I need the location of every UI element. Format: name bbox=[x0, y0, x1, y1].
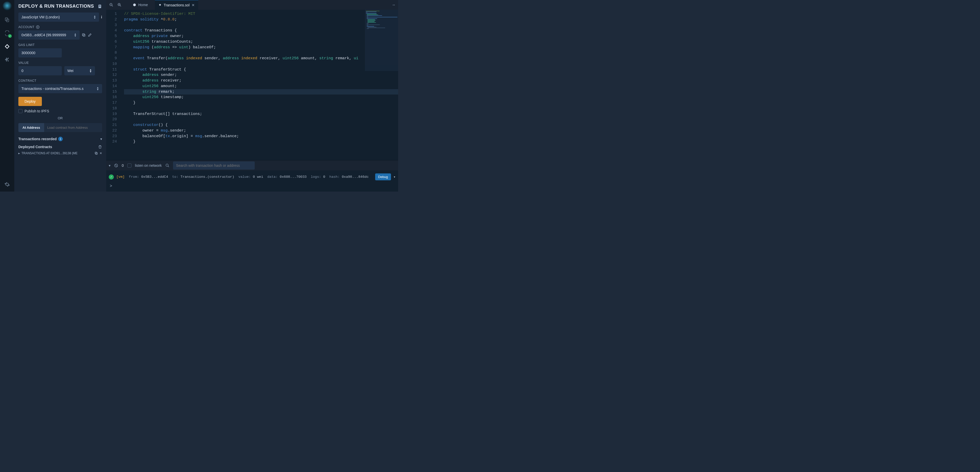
tab-bar: Home Transactions.sol ✕ ↔ bbox=[106, 0, 398, 10]
settings-icon[interactable] bbox=[3, 180, 11, 188]
debug-button[interactable]: Debug bbox=[375, 174, 391, 180]
svg-rect-3 bbox=[99, 5, 100, 6]
gutter: 123456789101112131415161718192021222324 bbox=[106, 10, 119, 160]
contract-value: Transactions - contracts/Transactions.s bbox=[21, 86, 83, 91]
trash-icon[interactable] bbox=[98, 145, 102, 149]
svg-rect-9 bbox=[95, 152, 97, 154]
icon-bar: ✓ bbox=[0, 0, 14, 191]
check-badge: ✓ bbox=[8, 34, 12, 38]
value-unit-select[interactable]: Wei ▲▼ bbox=[64, 66, 95, 75]
terminal-bar: ▾ 0 listen on network bbox=[106, 160, 398, 171]
at-address-input[interactable] bbox=[44, 123, 102, 132]
listen-checkbox[interactable] bbox=[127, 163, 131, 167]
expand-icon[interactable]: ↔ bbox=[392, 3, 396, 7]
at-address-button[interactable]: At Address bbox=[18, 123, 44, 132]
caret-icon: ▲▼ bbox=[97, 86, 99, 91]
tx-log-row[interactable]: ✓ [vm] from: 0x5B3...eddC4 to: Transacti… bbox=[109, 174, 396, 180]
solidity-icon bbox=[159, 3, 162, 7]
deploy-panel: DEPLOY & RUN TRANSACTIONS JavaScript VM … bbox=[14, 0, 106, 191]
remix-logo[interactable] bbox=[3, 2, 12, 11]
svg-rect-8 bbox=[96, 153, 97, 155]
tab-transactions[interactable]: Transactions.sol ✕ bbox=[155, 0, 198, 10]
terminal: ✓ [vm] from: 0x5B3...eddC4 to: Transacti… bbox=[106, 171, 398, 191]
environment-select[interactable]: JavaScript VM (London) ▲▼ bbox=[18, 13, 99, 22]
svg-point-12 bbox=[133, 3, 136, 6]
zoom-in-icon[interactable] bbox=[116, 2, 123, 8]
gas-input[interactable]: 3000000 bbox=[18, 48, 62, 57]
value-input[interactable]: 0 bbox=[18, 66, 62, 75]
home-icon bbox=[133, 3, 136, 6]
caret-icon: ▲▼ bbox=[94, 15, 96, 19]
main-area: Home Transactions.sol ✕ ↔ 12345678910111… bbox=[106, 0, 398, 191]
contract-select[interactable]: Transactions - contracts/Transactions.s … bbox=[18, 84, 102, 93]
copy-instance-icon[interactable] bbox=[94, 151, 98, 155]
success-icon: ✓ bbox=[109, 174, 114, 180]
chevron-down-icon[interactable]: ▾ bbox=[100, 137, 102, 141]
svg-rect-6 bbox=[83, 34, 85, 36]
deploy-icon[interactable] bbox=[3, 42, 11, 51]
pending-count: 0 bbox=[122, 163, 124, 167]
publish-ipfs-label: Publish to IPFS bbox=[24, 109, 49, 113]
compiler-icon[interactable]: ✓ bbox=[3, 29, 11, 37]
close-instance-icon[interactable]: ✕ bbox=[100, 151, 102, 155]
listen-label: listen on network bbox=[135, 163, 162, 167]
caret-icon: ▲▼ bbox=[74, 33, 76, 37]
close-tab-icon[interactable]: ✕ bbox=[192, 3, 195, 7]
value-label: VALUE bbox=[18, 61, 102, 65]
account-label: ACCOUNT bbox=[18, 25, 102, 29]
add-account-icon[interactable] bbox=[36, 25, 40, 29]
publish-ipfs-checkbox[interactable] bbox=[18, 109, 22, 113]
toggle-terminal-icon[interactable]: ▾ bbox=[109, 163, 110, 167]
svg-rect-4 bbox=[99, 6, 100, 6]
tx-recorded-count: 1 bbox=[58, 137, 63, 141]
or-divider: OR bbox=[18, 116, 102, 120]
clear-terminal-icon[interactable] bbox=[114, 163, 118, 167]
terminal-prompt[interactable]: > bbox=[109, 180, 396, 190]
terminal-search-input[interactable] bbox=[173, 161, 255, 170]
caret-icon: ▲▼ bbox=[89, 69, 92, 73]
account-value: 0x5B3...eddC4 (99.9999999 bbox=[21, 33, 66, 37]
info-icon[interactable]: i bbox=[101, 15, 102, 19]
tx-recorded-label: Transactions recorded bbox=[18, 137, 57, 141]
account-select[interactable]: 0x5B3...eddC4 (99.9999999 ▲▼ bbox=[18, 30, 80, 40]
edit-account-icon[interactable] bbox=[88, 33, 92, 37]
editor[interactable]: 123456789101112131415161718192021222324 … bbox=[106, 10, 398, 160]
tx-text: [vm] from: 0x5B3...eddC4 to: Transaction… bbox=[116, 175, 372, 179]
minimap[interactable] bbox=[365, 10, 398, 71]
deployed-contracts-label: Deployed Contracts bbox=[18, 145, 52, 149]
search-icon[interactable] bbox=[165, 163, 169, 167]
gas-label: GAS LIMIT bbox=[18, 43, 102, 47]
svg-point-14 bbox=[166, 164, 168, 166]
zoom-out-icon[interactable] bbox=[108, 2, 115, 8]
code[interactable]: // SPDX-License-Identifier: MITpragma so… bbox=[119, 10, 398, 160]
tab-home[interactable]: Home bbox=[129, 0, 151, 10]
doc-icon[interactable] bbox=[97, 4, 102, 9]
plugin-icon[interactable] bbox=[3, 56, 11, 64]
contract-label: CONTRACT bbox=[18, 79, 102, 83]
copy-account-icon[interactable] bbox=[82, 33, 86, 37]
deploy-button[interactable]: Deploy bbox=[18, 97, 42, 106]
chevron-down-icon[interactable]: ▾ bbox=[393, 175, 396, 179]
panel-title: DEPLOY & RUN TRANSACTIONS bbox=[18, 3, 94, 9]
instance-label[interactable]: TRANSACTIONS AT 0XD91...39138 (ME bbox=[21, 151, 93, 155]
svg-rect-7 bbox=[83, 34, 84, 36]
chevron-right-icon[interactable]: ▸ bbox=[18, 151, 20, 155]
file-explorer-icon[interactable] bbox=[3, 16, 11, 24]
environment-value: JavaScript VM (London) bbox=[21, 15, 60, 19]
